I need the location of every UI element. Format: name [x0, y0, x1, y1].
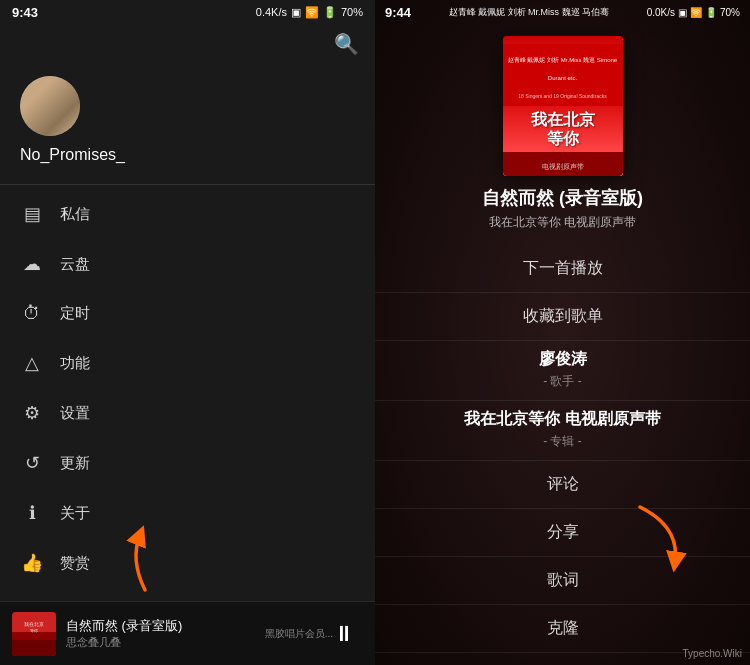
album-cover: 赵青峰 戴佩妮 刘析 Mr.Miss 魏巡 Simone Durant etc.… — [503, 36, 623, 176]
settings-icon: ⚙ — [20, 402, 44, 424]
menu-label-update: 更新 — [60, 454, 90, 473]
album-track-count: 18 Singers and 19 Original Soundtracks — [518, 93, 606, 99]
right-time: 9:44 — [385, 5, 411, 20]
arrow-down-indicator — [120, 516, 170, 595]
play-pause-button[interactable]: ⏸ — [333, 621, 355, 647]
menu-item-function[interactable]: △ 功能 — [0, 338, 375, 388]
username: No_Promises_ — [20, 146, 125, 164]
left-panel: 9:43 0.4K/s ▣ 🛜 🔋 70% 🔍 No_Promises_ ▤ 私… — [0, 0, 375, 665]
right-status-icons: 0.0K/s ▣ 🛜 🔋 70% — [647, 7, 740, 18]
player-info: 自然而然 (录音室版) 思念叠几叠 — [66, 617, 265, 650]
avatar-image — [20, 76, 80, 136]
menu-label-cloud: 云盘 — [60, 255, 90, 274]
menu-label-about: 关于 — [60, 504, 90, 523]
about-icon: ℹ — [20, 502, 44, 524]
menu-label-reward: 赞赏 — [60, 554, 90, 573]
right-status-artists: 赵青峰 戴佩妮 刘析 Mr.Miss 魏巡 马伯骞 — [449, 6, 610, 19]
typecho-wiki-label: Typecho.Wiki — [683, 648, 742, 659]
search-icon[interactable]: 🔍 — [334, 32, 359, 56]
song-title: 自然而然 (录音室版) — [482, 186, 643, 210]
svg-rect-5 — [12, 640, 56, 656]
option-comment[interactable]: 评论 — [375, 461, 750, 509]
messages-icon: ▤ — [20, 203, 44, 225]
update-icon: ↺ — [20, 452, 44, 474]
function-icon: △ — [20, 352, 44, 374]
member-badge: 黑胶唱片会员... — [265, 627, 333, 641]
avatar[interactable] — [20, 76, 80, 136]
menu-options: 下一首播放 收藏到歌单 廖俊涛 - 歌手 - 我在北京等你 电视剧原声带 - 专… — [375, 245, 750, 653]
player-title: 自然而然 (录音室版) — [66, 617, 265, 635]
cloud-icon: ☁ — [20, 253, 44, 275]
option-album-name[interactable]: 我在北京等你 电视剧原声带 — [375, 401, 750, 432]
right-wifi-icon: 🛜 — [690, 7, 702, 18]
menu-label-messages: 私信 — [60, 205, 90, 224]
option-lyrics[interactable]: 歌词 — [375, 557, 750, 605]
song-album-subtitle: 我在北京等你 电视剧原声带 — [489, 214, 636, 231]
menu-label-function: 功能 — [60, 354, 90, 373]
option-artist-name[interactable]: 廖俊涛 — [375, 341, 750, 372]
menu-item-messages[interactable]: ▤ 私信 — [0, 189, 375, 239]
svg-text:我在北京: 我在北京 — [24, 621, 44, 627]
option-collect[interactable]: 收藏到歌单 — [375, 293, 750, 341]
right-arrow-indicator — [630, 497, 690, 585]
left-status-bar: 9:43 0.4K/s ▣ 🛜 🔋 70% — [0, 0, 375, 24]
bottom-player: 我在北京 等你 自然而然 (录音室版) 思念叠几叠 黑胶唱片会员... ⏸ — [0, 601, 375, 665]
timer-icon: ⏱ — [20, 303, 44, 324]
album-main-art: 我在北京等你 — [503, 106, 623, 152]
svg-text:等你: 等你 — [30, 628, 38, 633]
right-status-bar: 9:44 赵青峰 戴佩妮 刘析 Mr.Miss 魏巡 马伯骞 0.0K/s ▣ … — [375, 0, 750, 24]
right-battery-icon: 🔋 — [705, 7, 717, 18]
right-network-speed: 0.0K/s — [647, 7, 675, 18]
option-clone[interactable]: 克隆 — [375, 605, 750, 653]
signal-icon: ▣ — [291, 6, 301, 19]
left-time: 9:43 — [12, 5, 38, 20]
menu-item-reward[interactable]: 👍 赞赏 — [0, 538, 375, 588]
profile-section: No_Promises_ — [0, 64, 375, 184]
right-panel: 9:44 赵青峰 戴佩妮 刘析 Mr.Miss 魏巡 马伯骞 0.0K/s ▣ … — [375, 0, 750, 665]
right-content: 9:44 赵青峰 戴佩妮 刘析 Mr.Miss 魏巡 马伯骞 0.0K/s ▣ … — [375, 0, 750, 665]
album-cover-inner: 赵青峰 戴佩妮 刘析 Mr.Miss 魏巡 Simone Durant etc.… — [503, 36, 623, 176]
wifi-icon: 🛜 — [305, 6, 319, 19]
menu-item-cloud[interactable]: ☁ 云盘 — [0, 239, 375, 289]
menu-label-settings: 设置 — [60, 404, 90, 423]
option-album-role: - 专辑 - — [375, 432, 750, 461]
menu-item-update[interactable]: ↺ 更新 — [0, 438, 375, 488]
player-album-art: 我在北京 等你 — [12, 612, 56, 656]
menu-item-settings[interactable]: ⚙ 设置 — [0, 388, 375, 438]
right-battery-level: 70% — [720, 7, 740, 18]
right-signal-icon: ▣ — [678, 7, 687, 18]
reward-icon: 👍 — [20, 552, 44, 574]
battery-level: 70% — [341, 6, 363, 18]
player-controls: ⏸ — [333, 621, 355, 647]
network-speed: 0.4K/s — [256, 6, 287, 18]
menu-list: ▤ 私信 ☁ 云盘 ⏱ 定时 △ 功能 ⚙ 设置 ↺ 更新 ℹ 关于 👍 赞赏 — [0, 189, 375, 665]
left-header: 🔍 — [0, 24, 375, 64]
album-name-label: 我在北京等你 电视剧原声带 — [464, 410, 660, 427]
menu-label-timer: 定时 — [60, 304, 90, 323]
album-artists-text: 赵青峰 戴佩妮 刘析 Mr.Miss 魏巡 Simone Durant etc. — [508, 57, 617, 81]
battery-icon: 🔋 — [323, 6, 337, 19]
artist-name-label: 廖俊涛 — [539, 350, 587, 367]
player-artist: 思念叠几叠 — [66, 635, 265, 650]
option-next[interactable]: 下一首播放 — [375, 245, 750, 293]
divider — [0, 184, 375, 185]
album-top-bar: 赵青峰 戴佩妮 刘析 Mr.Miss 魏巡 Simone Durant etc.… — [503, 44, 623, 106]
album-bottom-bar: 电视剧原声带 — [503, 152, 623, 176]
album-type-label: 电视剧原声带 — [542, 163, 584, 170]
album-main-title: 我在北京等你 — [531, 110, 595, 148]
option-share[interactable]: 分享 — [375, 509, 750, 557]
menu-item-about[interactable]: ℹ 关于 — [0, 488, 375, 538]
menu-item-timer[interactable]: ⏱ 定时 — [0, 289, 375, 338]
option-artist-role: - 歌手 - — [375, 372, 750, 401]
left-status-icons: 0.4K/s ▣ 🛜 🔋 70% — [256, 6, 363, 19]
